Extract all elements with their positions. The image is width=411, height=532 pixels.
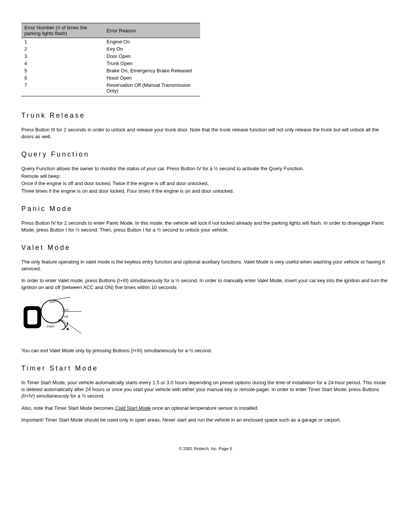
heading-trunk-release: Trunk Release <box>21 112 390 120</box>
diagram-label-acc: ACC <box>63 308 69 311</box>
ignition-diagram: OFF ACC ON START <box>21 297 390 339</box>
svg-line-5 <box>61 319 81 334</box>
table-row: 4Trunk Open <box>21 60 200 67</box>
paragraph: Press Button IV for 2 seconds to enter P… <box>21 220 390 233</box>
heading-query-function: Query Function <box>21 150 390 158</box>
paragraph: Three times if the engine is on and door… <box>21 188 390 195</box>
paragraph-important: Important! Timer Start Mode should be us… <box>21 417 390 423</box>
table-row: 5Brake On, Emergency Brake Released <box>21 67 200 74</box>
paragraph: In order to enter Valet mode, press Butt… <box>21 277 390 291</box>
table-row: 1Engine On <box>21 38 200 46</box>
svg-line-3 <box>53 297 71 300</box>
svg-marker-7 <box>66 328 68 331</box>
paragraph: In Timer Start Mode, your vehicle automa… <box>21 379 390 399</box>
table-header-error-reason: Error Reason <box>104 23 200 38</box>
heading-timer-start-mode: Timer Start Mode <box>21 364 390 372</box>
page-footer: © 2001 Firstech, Inc. Page 6 <box>21 446 390 451</box>
cold-start-mode-term: Cold Start Mode <box>115 405 151 411</box>
table-header-error-number: Error Number (# of times the parking lig… <box>21 23 104 38</box>
svg-rect-1 <box>27 310 37 324</box>
paragraph: The only feature operating in valet mode… <box>21 259 390 272</box>
paragraph: Query Function allows the owner to monit… <box>21 165 390 172</box>
paragraph: Press Button III for 2 seconds in order … <box>21 126 390 140</box>
paragraph: Also, note that Timer Start Mode becomes… <box>21 405 390 412</box>
table-row: 6Hood Open <box>21 74 200 81</box>
diagram-label-start: START <box>46 325 55 328</box>
heading-panic-mode: Panic Mode <box>21 205 390 213</box>
diagram-label-off: OFF <box>49 300 56 304</box>
table-row: 7Reservation Off (Manual Transmission On… <box>21 81 200 96</box>
error-code-table: Error Number (# of times the parking lig… <box>21 23 200 96</box>
document-page: Error Number (# of times the parking lig… <box>0 0 411 466</box>
table-row: 2Key On <box>21 45 200 53</box>
paragraph: Once if the engine is off and door locke… <box>21 180 390 187</box>
table-row: 3Door Open <box>21 53 200 60</box>
paragraph: Remote will beep: <box>21 173 390 180</box>
paragraph: You can exit Valet Mode only by pressing… <box>21 347 390 354</box>
heading-valet-mode: Valet Mode <box>21 244 390 252</box>
diagram-label-on: ON <box>64 315 68 318</box>
